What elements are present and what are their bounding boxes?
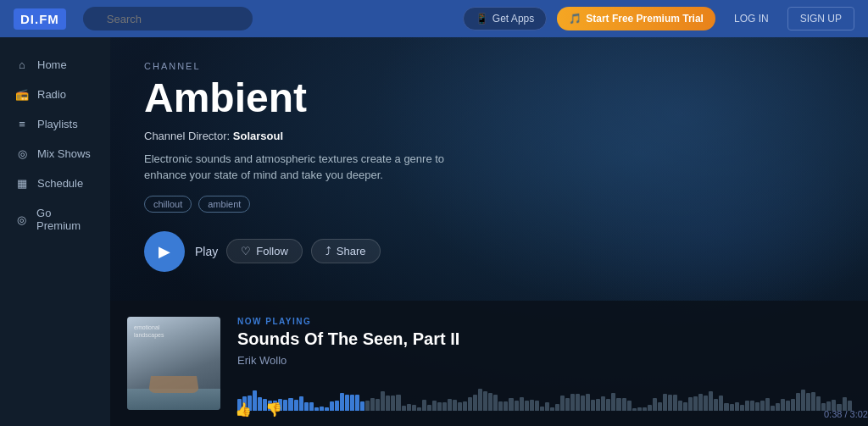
sidebar-label-go-premium: Go Premium bbox=[36, 207, 95, 232]
waveform-bar bbox=[314, 407, 319, 410]
waveform-bar bbox=[791, 399, 795, 411]
album-art-text: emotionallandscapes bbox=[134, 324, 164, 339]
waveform-bar bbox=[545, 402, 549, 411]
waveform-bar bbox=[606, 399, 610, 411]
waveform-bar bbox=[370, 398, 375, 411]
play-button[interactable]: ▶ bbox=[144, 231, 185, 272]
waveform-bar bbox=[693, 396, 698, 411]
waveform-bar bbox=[719, 396, 723, 410]
waveform-bar bbox=[653, 398, 657, 410]
logo[interactable]: DI.FM bbox=[14, 8, 66, 30]
waveform-bar bbox=[643, 407, 647, 410]
tag-ambient[interactable]: ambient bbox=[198, 196, 250, 213]
login-button[interactable]: LOG IN bbox=[726, 13, 777, 25]
album-art-image: emotionallandscapes bbox=[127, 317, 220, 410]
waveform[interactable] bbox=[237, 377, 851, 411]
apps-icon: 📱 bbox=[476, 13, 488, 25]
follow-button[interactable]: ♡ Follow bbox=[226, 239, 303, 263]
heart-icon: ♡ bbox=[241, 245, 251, 257]
waveform-bar bbox=[417, 407, 421, 411]
album-art: emotionallandscapes bbox=[127, 317, 220, 410]
waveform-bar bbox=[637, 407, 642, 410]
premium-button[interactable]: 🎵 Start Free Premium Trial bbox=[557, 7, 715, 30]
channel-tags: chillout ambient bbox=[144, 196, 834, 213]
waveform-bar bbox=[668, 395, 672, 410]
waveform-bar bbox=[478, 389, 482, 410]
waveform-bar bbox=[658, 402, 662, 411]
waveform-bar bbox=[391, 396, 395, 411]
sidebar-label-radio: Radio bbox=[37, 88, 66, 101]
waveform-bar bbox=[493, 395, 498, 411]
waveform-bar bbox=[627, 401, 632, 410]
waveform-bar bbox=[786, 401, 790, 410]
share-button[interactable]: ⤴ Share bbox=[311, 239, 381, 263]
waveform-bar bbox=[586, 394, 590, 410]
waveform-bar bbox=[483, 391, 487, 411]
search-input[interactable] bbox=[83, 7, 253, 30]
waveform-bar bbox=[453, 400, 457, 410]
waveform-bar bbox=[611, 393, 615, 411]
waveform-bar bbox=[550, 407, 554, 411]
signup-button[interactable]: SIGN UP bbox=[787, 7, 854, 30]
tag-chillout[interactable]: chillout bbox=[144, 196, 192, 213]
channel-director-name: Solarsoul bbox=[233, 130, 283, 142]
action-buttons: ▶ Play ♡ Follow ⤴ Share bbox=[144, 231, 834, 272]
waveform-bar bbox=[565, 398, 570, 410]
track-artist: Erik Wollo bbox=[237, 354, 851, 367]
waveform-bar bbox=[304, 402, 309, 411]
waveform-bar bbox=[796, 393, 800, 410]
waveform-bar bbox=[360, 401, 364, 411]
channel-title: Ambient bbox=[144, 76, 834, 121]
thumb-up-button[interactable]: 👍 bbox=[233, 400, 253, 419]
sidebar-item-radio[interactable]: 📻 Radio bbox=[0, 80, 110, 108]
waveform-bar bbox=[381, 391, 385, 410]
waveform-bar bbox=[473, 395, 477, 410]
waveform-bar bbox=[412, 405, 416, 411]
sidebar-item-schedule[interactable]: ▦ Schedule bbox=[0, 169, 110, 197]
sidebar-item-go-premium[interactable]: ◎ Go Premium bbox=[0, 199, 110, 240]
waveform-bar bbox=[422, 400, 426, 411]
track-info: NOW PLAYING Sounds Of The Seen, Part II … bbox=[237, 317, 851, 411]
top-nav: DI.FM 🔍 📱 Get Apps 🎵 Start Free Premium … bbox=[0, 0, 868, 37]
waveform-bar bbox=[581, 396, 585, 410]
play-icon: ▶ bbox=[159, 242, 170, 261]
waveform-bar bbox=[673, 395, 677, 410]
waveform-bar bbox=[520, 397, 524, 410]
waveform-bar bbox=[816, 396, 821, 411]
waveform-bar bbox=[755, 402, 760, 411]
waveform-bar bbox=[530, 400, 534, 411]
waveform-bar bbox=[407, 404, 411, 411]
waveform-bar bbox=[776, 403, 780, 411]
thumb-down-button[interactable]: 👎 bbox=[264, 400, 284, 419]
waveform-bar bbox=[540, 407, 544, 410]
sidebar-label-schedule: Schedule bbox=[37, 177, 83, 190]
channel-info: CHANNEL Ambient Channel Director: Solars… bbox=[110, 37, 868, 289]
waveform-bar bbox=[515, 401, 519, 411]
waveform-bar bbox=[601, 396, 605, 411]
waveform-bar bbox=[442, 402, 447, 411]
premium-icon: 🎵 bbox=[569, 13, 581, 25]
sidebar-item-home[interactable]: ⌂ Home bbox=[0, 51, 110, 79]
waveform-bar bbox=[509, 398, 513, 411]
waveform-bar bbox=[811, 392, 815, 411]
schedule-icon: ▦ bbox=[15, 177, 29, 190]
waveform-bar bbox=[570, 394, 575, 410]
sidebar-label-home: Home bbox=[37, 58, 67, 71]
waveform-bar bbox=[771, 406, 775, 410]
sidebar-item-mix-shows[interactable]: ◎ Mix Shows bbox=[0, 140, 110, 168]
waveform-bar bbox=[504, 401, 508, 410]
waveform-bar bbox=[560, 396, 565, 410]
time-display: 0:38 / 3:02 bbox=[824, 409, 868, 419]
waveform-bar bbox=[437, 402, 442, 411]
get-apps-button[interactable]: 📱 Get Apps bbox=[463, 7, 547, 30]
waveform-bar bbox=[740, 405, 744, 410]
sidebar: ⌂ Home 📻 Radio ≡ Playlists ◎ Mix Shows ▦… bbox=[0, 37, 110, 426]
waveform-bar bbox=[622, 398, 626, 411]
sidebar-item-playlists[interactable]: ≡ Playlists bbox=[0, 110, 110, 138]
waveform-bar bbox=[591, 400, 595, 411]
bottom-actions: 👍 👎 bbox=[233, 400, 284, 419]
waveform-bar bbox=[525, 401, 529, 411]
waveform-bar bbox=[765, 398, 770, 411]
waveform-bar bbox=[801, 390, 805, 410]
waveform-bar bbox=[648, 405, 652, 410]
